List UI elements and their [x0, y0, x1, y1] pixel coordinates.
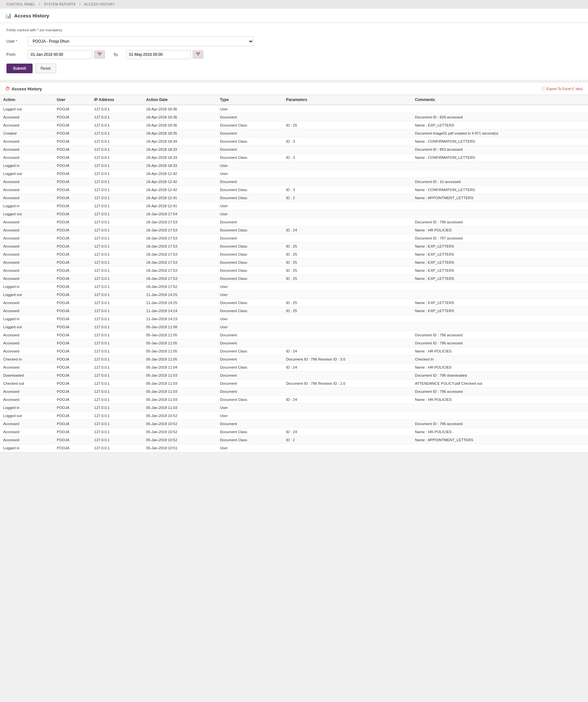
col-ip: IP Address [91, 95, 143, 105]
table-cell-col0: Logged in [0, 283, 53, 291]
table-cell-col4: Document Class [217, 121, 283, 129]
table-cell-col4: Document [217, 371, 283, 379]
table-cell-col2: 127.0.0.1 [91, 275, 143, 283]
table-row: AccessedPOOJA127.0.0.105-Jan-2018 10:52D… [0, 428, 588, 436]
user-filter-row: User * POOJA - Pooja Dhuri [6, 36, 582, 46]
user-label: User * [6, 39, 23, 43]
table-cell-col0: Accessed [0, 331, 53, 339]
table-cell-col0: Logged out [0, 210, 53, 218]
table-cell-col6: Name : CONFIRMATION_LETTERS [412, 137, 588, 145]
filter-section: Fields marked with * are mandatory User … [0, 23, 588, 80]
table-cell-col4: Document Class [217, 258, 283, 267]
table-cell-col0: Accessed [0, 154, 53, 162]
table-cell-col6: ATTENDANCE POLICY.pdf Checked out [412, 379, 588, 388]
table-cell-col6 [412, 202, 588, 210]
table-header-row: Action User IP Address Action Date Type … [0, 95, 588, 105]
table-row: Logged outPOOJA127.0.0.105-Jan-2018 11:0… [0, 323, 588, 331]
table-cell-col1: POOJA [53, 105, 91, 113]
table-cell-col1: POOJA [53, 323, 91, 331]
table-cell-col5: ID : 3 [283, 154, 411, 162]
table-cell-col0: Accessed [0, 226, 53, 234]
table-cell-col0: Logged in [0, 162, 53, 170]
table-row: AccessedPOOJA127.0.0.111-Jan-2018 14:25D… [0, 299, 588, 307]
table-cell-col0: Accessed [0, 299, 53, 307]
table-cell-col3: 05-Jan-2018 11:03 [143, 404, 217, 412]
table-cell-col0: Logged out [0, 412, 53, 420]
table-cell-col6: Name : APPOINTMENT_LETTERS [412, 194, 588, 202]
table-cell-col3: 18-Apr-2018 18:34 [143, 137, 217, 145]
export-icon: 📄 [541, 87, 545, 91]
table-cell-col6 [412, 291, 588, 299]
table-cell-col2: 127.0.0.1 [91, 323, 143, 331]
table-row: AccessedPOOJA127.0.0.118-Apr-2018 12:41D… [0, 194, 588, 202]
table-cell-col5 [283, 210, 411, 218]
breadcrumb-sep-2: / [79, 3, 82, 6]
table-cell-col6 [412, 315, 588, 323]
table-cell-col5: ID : 24 [283, 363, 411, 371]
table-cell-col0: Accessed [0, 396, 53, 404]
to-calendar-button[interactable]: 📅 [193, 50, 203, 59]
table-cell-col5 [283, 315, 411, 323]
table-cell-col5 [283, 218, 411, 226]
table-cell-col4: Document Class [217, 428, 283, 436]
table-cell-col5 [283, 129, 411, 137]
table-cell-col1: POOJA [53, 339, 91, 347]
table-cell-col5 [283, 105, 411, 113]
table-cell-col4: Document Class [217, 242, 283, 250]
table-cell-col5 [283, 162, 411, 170]
table-cell-col1: POOJA [53, 242, 91, 250]
table-cell-col4: Document [217, 113, 283, 121]
table-cell-col1: POOJA [53, 396, 91, 404]
table-cell-col2: 127.0.0.1 [91, 210, 143, 218]
table-cell-col2: 127.0.0.1 [91, 129, 143, 137]
table-cell-col1: POOJA [53, 347, 91, 355]
table-cell-col6: Name : EXP_LETTERS [412, 275, 588, 283]
button-row: Submit Reset [6, 64, 582, 73]
table-cell-col3: 18-Apr-2018 18:36 [143, 121, 217, 129]
from-calendar-button[interactable]: 📅 [94, 50, 105, 59]
table-header: Action User IP Address Action Date Type … [0, 95, 588, 105]
table-cell-col5: Document ID : 796 Revision ID : 3.0 [283, 355, 411, 363]
table-cell-col2: 127.0.0.1 [91, 363, 143, 371]
table-row: Logged outPOOJA127.0.0.118-Apr-2018 12:4… [0, 170, 588, 178]
table-cell-col4: Document Class [217, 226, 283, 234]
table-cell-col4: Document [217, 331, 283, 339]
export-excel-link[interactable]: 📄 Export To Excel (*.xlsx) [541, 87, 583, 91]
table-cell-col0: Logged in [0, 444, 53, 452]
table-row: AccessedPOOJA127.0.0.118-Jan-2018 17:53D… [0, 250, 588, 258]
table-cell-col1: POOJA [53, 258, 91, 267]
table-cell-col5: ID : 25 [283, 258, 411, 267]
col-user: User [53, 95, 91, 105]
table-row: Logged outPOOJA127.0.0.118-Apr-2018 18:3… [0, 105, 588, 113]
table-cell-col6: Name : EXP_LETTERS [412, 242, 588, 250]
from-date-input[interactable] [28, 50, 92, 59]
table-cell-col3: 05-Jan-2018 10:51 [143, 444, 217, 452]
table-row: AccessedPOOJA127.0.0.118-Apr-2018 18:36D… [0, 113, 588, 121]
table-cell-col2: 127.0.0.1 [91, 170, 143, 178]
user-select[interactable]: POOJA - Pooja Dhuri [28, 36, 254, 46]
table-cell-col5: ID : 25 [283, 307, 411, 315]
to-date-input[interactable] [126, 50, 191, 59]
table-cell-col1: POOJA [53, 283, 91, 291]
table-cell-col2: 127.0.0.1 [91, 444, 143, 452]
table-cell-col3: 11-Jan-2018 14:25 [143, 299, 217, 307]
table-row: AccessedPOOJA127.0.0.118-Jan-2018 17:53D… [0, 258, 588, 267]
table-cell-col4: Document Class [217, 275, 283, 283]
results-title: ⏱ Access History [5, 86, 42, 91]
submit-button[interactable]: Submit [6, 64, 33, 73]
table-cell-col1: POOJA [53, 194, 91, 202]
table-cell-col6: Document ID : 796 accessed [412, 218, 588, 226]
table-cell-col4: Document [217, 129, 283, 137]
table-cell-col6: Name : CONFIRMATION_LETTERS [412, 186, 588, 194]
results-header: ⏱ Access History 📄 Export To Excel (*.xl… [0, 83, 588, 95]
table-cell-col1: POOJA [53, 412, 91, 420]
table-row: Logged inPOOJA127.0.0.111-Jan-2018 14:23… [0, 315, 588, 323]
table-cell-col4: Document [217, 339, 283, 347]
results-title-text: Access History [12, 87, 42, 91]
table-cell-col6 [412, 323, 588, 331]
table-row: Logged outPOOJA127.0.0.118-Jan-2018 17:5… [0, 210, 588, 218]
breadcrumb-item-3: ACCESS HISTORY [84, 3, 115, 6]
reset-button[interactable]: Reset [35, 64, 56, 73]
mandatory-note: Fields marked with * are mandatory [6, 28, 582, 32]
table-cell-col2: 127.0.0.1 [91, 388, 143, 396]
